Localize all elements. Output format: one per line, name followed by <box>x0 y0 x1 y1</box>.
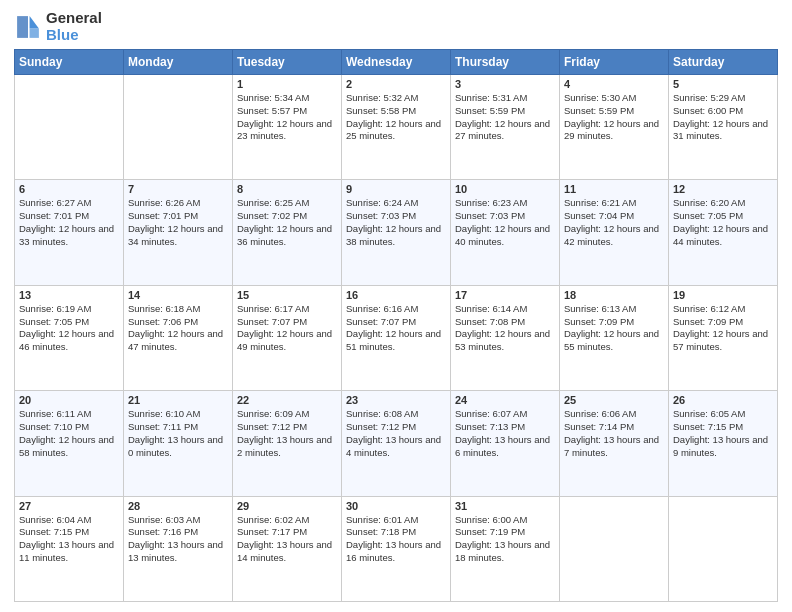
day-info-line: Sunrise: 6:04 AM <box>19 514 119 527</box>
calendar-table: SundayMondayTuesdayWednesdayThursdayFrid… <box>14 49 778 602</box>
header: General Blue <box>14 10 778 43</box>
calendar-cell: 14Sunrise: 6:18 AMSunset: 7:06 PMDayligh… <box>124 285 233 390</box>
day-header-wednesday: Wednesday <box>342 50 451 75</box>
day-number: 29 <box>237 500 337 512</box>
day-info-line: Sunrise: 6:27 AM <box>19 197 119 210</box>
day-info-line: Sunset: 7:01 PM <box>128 210 228 223</box>
day-info-line: Sunrise: 6:12 AM <box>673 303 773 316</box>
day-info-line: Sunrise: 6:02 AM <box>237 514 337 527</box>
logo-icon <box>14 13 42 41</box>
day-header-sunday: Sunday <box>15 50 124 75</box>
calendar-cell: 30Sunrise: 6:01 AMSunset: 7:18 PMDayligh… <box>342 496 451 601</box>
day-info-line: Daylight: 13 hours and 0 minutes. <box>128 434 228 460</box>
day-number: 11 <box>564 183 664 195</box>
calendar-cell: 7Sunrise: 6:26 AMSunset: 7:01 PMDaylight… <box>124 180 233 285</box>
day-info-line: Daylight: 12 hours and 25 minutes. <box>346 118 446 144</box>
calendar-cell: 31Sunrise: 6:00 AMSunset: 7:19 PMDayligh… <box>451 496 560 601</box>
day-info-line: Daylight: 12 hours and 46 minutes. <box>19 328 119 354</box>
day-number: 27 <box>19 500 119 512</box>
calendar-cell: 27Sunrise: 6:04 AMSunset: 7:15 PMDayligh… <box>15 496 124 601</box>
calendar-cell: 10Sunrise: 6:23 AMSunset: 7:03 PMDayligh… <box>451 180 560 285</box>
calendar-cell: 23Sunrise: 6:08 AMSunset: 7:12 PMDayligh… <box>342 391 451 496</box>
day-info-line: Sunset: 7:13 PM <box>455 421 555 434</box>
day-info-line: Sunrise: 6:03 AM <box>128 514 228 527</box>
week-row-2: 6Sunrise: 6:27 AMSunset: 7:01 PMDaylight… <box>15 180 778 285</box>
day-info-line: Daylight: 12 hours and 42 minutes. <box>564 223 664 249</box>
day-info-line: Daylight: 12 hours and 33 minutes. <box>19 223 119 249</box>
calendar-cell: 11Sunrise: 6:21 AMSunset: 7:04 PMDayligh… <box>560 180 669 285</box>
day-info-line: Daylight: 12 hours and 23 minutes. <box>237 118 337 144</box>
day-info-line: Sunset: 7:02 PM <box>237 210 337 223</box>
calendar-cell <box>560 496 669 601</box>
day-info-line: Sunrise: 6:17 AM <box>237 303 337 316</box>
day-info-line: Daylight: 12 hours and 34 minutes. <box>128 223 228 249</box>
day-info-line: Sunrise: 6:00 AM <box>455 514 555 527</box>
day-info-line: Daylight: 12 hours and 31 minutes. <box>673 118 773 144</box>
day-number: 5 <box>673 78 773 90</box>
logo: General Blue <box>14 10 102 43</box>
day-info-line: Daylight: 13 hours and 13 minutes. <box>128 539 228 565</box>
day-header-monday: Monday <box>124 50 233 75</box>
svg-marker-0 <box>30 16 39 28</box>
day-info-line: Sunrise: 6:08 AM <box>346 408 446 421</box>
day-header-saturday: Saturday <box>669 50 778 75</box>
day-number: 10 <box>455 183 555 195</box>
day-info-line: Sunset: 7:11 PM <box>128 421 228 434</box>
day-info-line: Sunrise: 6:11 AM <box>19 408 119 421</box>
day-info-line: Sunrise: 6:24 AM <box>346 197 446 210</box>
calendar-cell: 8Sunrise: 6:25 AMSunset: 7:02 PMDaylight… <box>233 180 342 285</box>
day-number: 9 <box>346 183 446 195</box>
day-info-line: Daylight: 13 hours and 7 minutes. <box>564 434 664 460</box>
day-info-line: Sunset: 5:59 PM <box>564 105 664 118</box>
day-info-line: Sunrise: 5:30 AM <box>564 92 664 105</box>
day-info-line: Sunrise: 6:26 AM <box>128 197 228 210</box>
calendar-cell <box>15 75 124 180</box>
svg-marker-1 <box>30 28 39 37</box>
calendar-cell: 29Sunrise: 6:02 AMSunset: 7:17 PMDayligh… <box>233 496 342 601</box>
day-number: 24 <box>455 394 555 406</box>
day-info-line: Sunrise: 6:06 AM <box>564 408 664 421</box>
day-info-line: Sunset: 6:00 PM <box>673 105 773 118</box>
calendar-cell: 25Sunrise: 6:06 AMSunset: 7:14 PMDayligh… <box>560 391 669 496</box>
day-number: 20 <box>19 394 119 406</box>
day-info-line: Sunset: 7:05 PM <box>19 316 119 329</box>
day-number: 1 <box>237 78 337 90</box>
calendar-cell: 17Sunrise: 6:14 AMSunset: 7:08 PMDayligh… <box>451 285 560 390</box>
day-info-line: Sunrise: 6:10 AM <box>128 408 228 421</box>
day-number: 3 <box>455 78 555 90</box>
calendar-cell: 9Sunrise: 6:24 AMSunset: 7:03 PMDaylight… <box>342 180 451 285</box>
calendar-cell: 5Sunrise: 5:29 AMSunset: 6:00 PMDaylight… <box>669 75 778 180</box>
day-number: 30 <box>346 500 446 512</box>
day-number: 6 <box>19 183 119 195</box>
day-info-line: Sunset: 7:06 PM <box>128 316 228 329</box>
day-number: 25 <box>564 394 664 406</box>
calendar-cell: 26Sunrise: 6:05 AMSunset: 7:15 PMDayligh… <box>669 391 778 496</box>
day-header-tuesday: Tuesday <box>233 50 342 75</box>
day-info-line: Sunset: 7:09 PM <box>564 316 664 329</box>
calendar-body: 1Sunrise: 5:34 AMSunset: 5:57 PMDaylight… <box>15 75 778 602</box>
calendar-cell: 24Sunrise: 6:07 AMSunset: 7:13 PMDayligh… <box>451 391 560 496</box>
day-info-line: Sunset: 7:05 PM <box>673 210 773 223</box>
week-row-3: 13Sunrise: 6:19 AMSunset: 7:05 PMDayligh… <box>15 285 778 390</box>
day-info-line: Sunrise: 6:18 AM <box>128 303 228 316</box>
calendar-cell <box>669 496 778 601</box>
day-number: 16 <box>346 289 446 301</box>
day-info-line: Sunset: 7:01 PM <box>19 210 119 223</box>
day-info-line: Sunrise: 6:07 AM <box>455 408 555 421</box>
day-info-line: Sunrise: 6:05 AM <box>673 408 773 421</box>
day-info-line: Sunrise: 5:31 AM <box>455 92 555 105</box>
day-info-line: Sunset: 5:57 PM <box>237 105 337 118</box>
day-number: 15 <box>237 289 337 301</box>
day-info-line: Daylight: 12 hours and 44 minutes. <box>673 223 773 249</box>
day-info-line: Sunrise: 6:14 AM <box>455 303 555 316</box>
day-info-line: Daylight: 13 hours and 16 minutes. <box>346 539 446 565</box>
calendar-cell: 28Sunrise: 6:03 AMSunset: 7:16 PMDayligh… <box>124 496 233 601</box>
day-info-line: Daylight: 12 hours and 29 minutes. <box>564 118 664 144</box>
day-number: 17 <box>455 289 555 301</box>
day-info-line: Sunset: 7:12 PM <box>346 421 446 434</box>
day-info-line: Daylight: 12 hours and 49 minutes. <box>237 328 337 354</box>
day-info-line: Sunrise: 6:21 AM <box>564 197 664 210</box>
day-info-line: Daylight: 13 hours and 6 minutes. <box>455 434 555 460</box>
day-info-line: Sunrise: 6:20 AM <box>673 197 773 210</box>
day-info-line: Sunset: 7:19 PM <box>455 526 555 539</box>
